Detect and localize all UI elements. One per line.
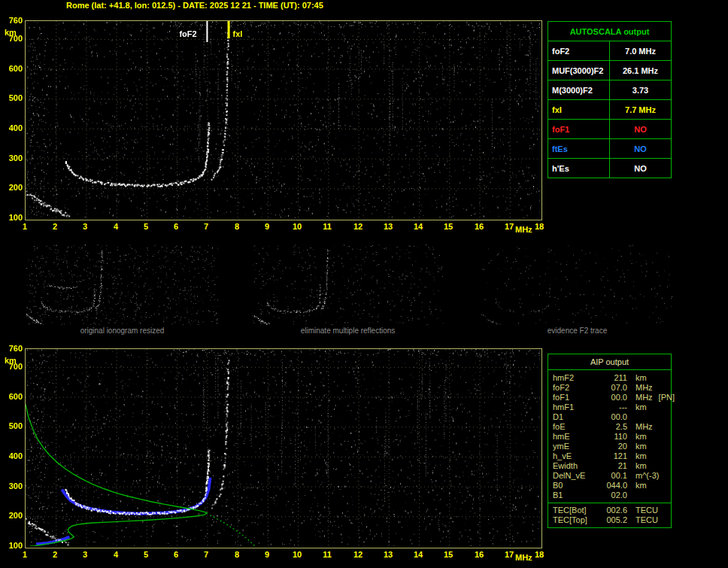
aip-parameter-unit: km: [627, 432, 671, 442]
x-tick-label: 13: [381, 222, 396, 231]
x-tick-label: 15: [441, 550, 456, 559]
aip-parameter-name: D1: [553, 412, 596, 422]
x-tick-label: 17: [502, 550, 517, 559]
aip-output-table: AIP outputhmF2211kmfoF207.0MHzfoF100.0MH…: [548, 354, 672, 528]
aip-parameter-value: 20: [596, 442, 627, 451]
y-axis-unit-label: km: [5, 28, 17, 37]
parameter-name: foF2: [548, 41, 610, 60]
parameter-name: foF1: [548, 120, 610, 138]
aip-row: hmF1---km: [548, 402, 671, 412]
parameter-value: NO: [610, 120, 671, 138]
aip-parameter-unit: MHz: [627, 422, 671, 432]
aip-row: DelN_vE00.1m^(-3): [548, 471, 671, 481]
fxI-marker-label: fxI: [233, 29, 243, 38]
x-tick-label: 17: [502, 222, 517, 231]
aip-parameter-name: hmF2: [553, 373, 596, 383]
x-tick-label: 1: [17, 222, 32, 231]
aip-row: h_vE121km: [548, 451, 671, 461]
page-title: Rome (lat: +41.8, lon: 012.5) - DATE: 20…: [66, 1, 323, 10]
x-tick-label: 7: [199, 550, 214, 559]
parameter-name: h'Es: [548, 159, 610, 178]
aip-parameter-value: 002.6: [596, 506, 627, 515]
aip-parameter-name: TEC[Top]: [553, 515, 596, 525]
autoscala-row: MUF(3000)F226.1 MHz: [548, 61, 671, 80]
aip-tec-section: TEC[Bot]002.6TECUTEC[Top]005.2TECU: [548, 503, 671, 525]
thumbnail-caption-f2: evidence F2 trace: [481, 327, 673, 335]
thumbnail-eliminate-reflections: [252, 245, 444, 325]
aip-parameter-unit: TECU: [627, 515, 671, 525]
thumbnail-canvas-original: [26, 245, 218, 325]
aip-row: foF207.0MHz: [548, 383, 671, 393]
parameter-name: M(3000)F2: [548, 80, 610, 99]
thumbnail-caption-reflections: eliminate multiple reflections: [252, 327, 444, 335]
aip-parameter-value: 044.0: [596, 481, 627, 491]
aip-parameter-unit: km: [627, 481, 671, 491]
ionogram-canvas-bottom: [26, 349, 540, 546]
aip-parameter-name: ymE: [553, 442, 596, 451]
aip-parameter-unit: [627, 412, 671, 422]
y-tick-label: 200: [2, 511, 23, 520]
foF2-marker-label: foF2: [179, 29, 196, 38]
thumbnail-original-ionogram: [26, 245, 218, 325]
x-tick-label: 2: [47, 222, 62, 231]
x-tick-label: 4: [108, 550, 123, 559]
aip-parameter-unit: km: [627, 442, 671, 451]
ionogram-canvas-top: [26, 21, 540, 218]
x-tick-label: 10: [290, 550, 305, 559]
autoscala-row: M(3000)F23.73: [548, 80, 671, 100]
aip-row: foF100.0MHz[PN]: [548, 393, 671, 402]
aip-parameter-name: B1: [553, 491, 596, 500]
y-tick-label: 300: [2, 153, 23, 163]
aip-parameter-name: B0: [553, 481, 596, 491]
aip-parameter-value: 110: [596, 432, 627, 442]
aip-parameter-unit: km: [627, 402, 671, 412]
y-tick-label: 600: [2, 64, 23, 73]
y-tick-label: 500: [2, 93, 23, 102]
x-tick-label: 5: [138, 550, 153, 559]
x-tick-label: 6: [168, 222, 184, 231]
x-tick-label: 16: [472, 550, 487, 559]
ionogram-plot-top: foF2 fxI: [25, 20, 542, 220]
x-tick-label: 8: [229, 550, 244, 559]
parameter-name: ftEs: [548, 139, 610, 158]
aip-parameter-value: 07.0: [596, 383, 627, 393]
autoscala-window: Rome (lat: +41.8, lon: 012.5) - DATE: 20…: [0, 0, 728, 568]
aip-parameter-name: h_vE: [553, 451, 596, 461]
x-tick-label: 12: [350, 222, 366, 231]
x-axis-unit-label: MHz: [515, 553, 532, 562]
y-tick-label: 100: [2, 541, 23, 550]
x-tick-label: 15: [441, 222, 456, 231]
y-tick-label: 500: [2, 421, 23, 430]
aip-row: Ewidth21km: [548, 461, 671, 471]
autoscala-row: h'EsNO: [548, 159, 671, 178]
y-axis-unit-label: km: [5, 356, 17, 365]
thumbnail-caption-original: original ionogram resized: [26, 327, 218, 335]
x-tick-label: 12: [350, 550, 366, 559]
parameter-value: 7.0 MHz: [610, 41, 671, 60]
aip-parameter-value: 21: [596, 461, 627, 471]
aip-parameter-name: TEC[Bot]: [553, 506, 596, 515]
aip-parameter-value: 00.0: [596, 412, 627, 422]
x-tick-label: 14: [411, 550, 426, 559]
aip-row: B102.0: [548, 491, 671, 500]
aip-row: TEC[Top]005.2TECU: [548, 515, 671, 525]
aip-parameter-unit: [627, 491, 671, 500]
autoscala-row: foF27.0 MHz: [548, 41, 671, 61]
y-tick-label: 760: [2, 16, 23, 25]
aip-row: ymE20km: [548, 442, 671, 451]
x-tick-label: 14: [411, 222, 426, 231]
aip-parameter-value: ---: [596, 402, 627, 412]
aip-parameter-unit: TECU: [627, 506, 671, 515]
aip-parameter-value: 121: [596, 451, 627, 461]
x-tick-label: 11: [320, 550, 335, 559]
x-tick-label: 18: [532, 222, 547, 231]
x-tick-label: 2: [47, 550, 62, 559]
y-tick-label: 600: [2, 392, 23, 401]
x-tick-label: 18: [532, 550, 547, 559]
aip-row: D100.0: [548, 412, 671, 422]
x-tick-label: 10: [290, 222, 305, 231]
parameter-value: NO: [610, 159, 671, 178]
x-tick-label: 3: [77, 550, 93, 559]
thumbnail-canvas-reflections: [252, 245, 444, 325]
aip-parameter-name: foF1: [553, 393, 596, 402]
